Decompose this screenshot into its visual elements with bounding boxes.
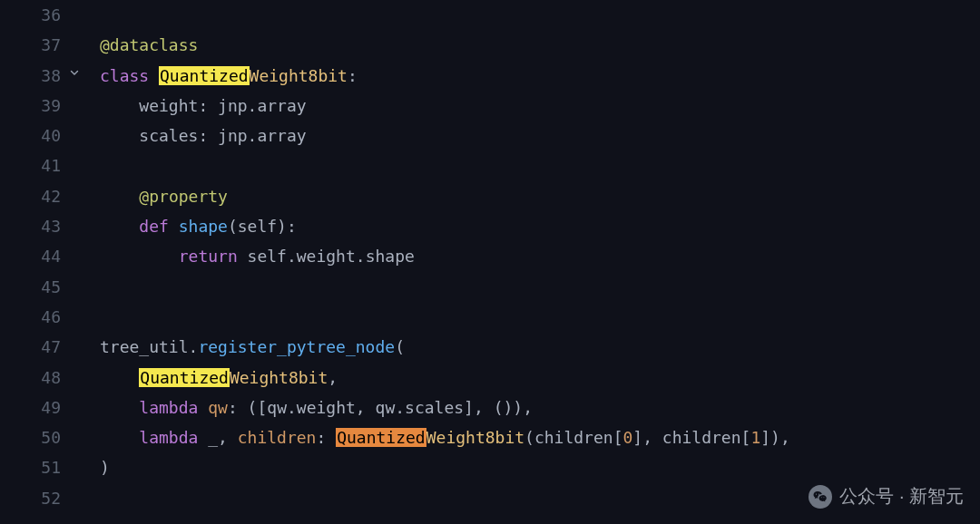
wechat-icon <box>808 485 832 509</box>
line-number: 42 <box>0 181 61 211</box>
code-line <box>100 150 980 180</box>
line-number: 48 <box>0 363 61 393</box>
code-line: @dataclass <box>100 30 980 60</box>
search-highlight-current: Quantized <box>336 428 426 447</box>
line-number-gutter: 36 37 38 39 40 41 42 43 44 45 46 47 48 4… <box>0 0 68 524</box>
code-editor[interactable]: 36 37 38 39 40 41 42 43 44 45 46 47 48 4… <box>0 0 980 524</box>
line-number: 37 <box>0 30 61 60</box>
code-line: ) <box>100 452 980 482</box>
line-number: 52 <box>0 483 61 513</box>
code-content[interactable]: @dataclass class QuantizedWeight8bit: we… <box>68 0 980 524</box>
line-number: 45 <box>0 272 61 302</box>
code-line: QuantizedWeight8bit, <box>100 363 980 393</box>
line-number: 38 <box>0 61 61 91</box>
search-highlight: Quantized <box>159 66 250 85</box>
fold-chevron-icon[interactable] <box>68 61 81 91</box>
code-line: lambda _, children: QuantizedWeight8bit(… <box>100 422 980 452</box>
code-line: weight: jnp.array <box>100 91 980 121</box>
code-line <box>100 272 980 302</box>
code-line: class QuantizedWeight8bit: <box>100 61 980 91</box>
line-number: 46 <box>0 302 61 332</box>
line-number: 50 <box>0 422 61 452</box>
code-line: return self.weight.shape <box>100 241 980 271</box>
line-number: 39 <box>0 91 61 121</box>
line-number: 43 <box>0 211 61 241</box>
code-line: @property <box>100 181 980 211</box>
code-line: lambda qw: ([qw.weight, qw.scales], ()), <box>100 393 980 422</box>
code-line: tree_util.register_pytree_node( <box>100 332 980 362</box>
line-number: 51 <box>0 452 61 482</box>
watermark-text: 公众号 · 新智元 <box>839 480 964 513</box>
search-highlight: Quantized <box>139 368 230 387</box>
code-line <box>100 302 980 332</box>
line-number: 47 <box>0 332 61 362</box>
line-number: 40 <box>0 121 61 150</box>
line-number: 49 <box>0 393 61 422</box>
line-number: 41 <box>0 150 61 180</box>
code-line: def shape(self): <box>100 211 980 241</box>
code-line: scales: jnp.array <box>100 121 980 150</box>
line-number: 44 <box>0 241 61 271</box>
code-line <box>100 0 980 30</box>
wechat-watermark: 公众号 · 新智元 <box>808 480 964 513</box>
line-number: 36 <box>0 0 61 30</box>
